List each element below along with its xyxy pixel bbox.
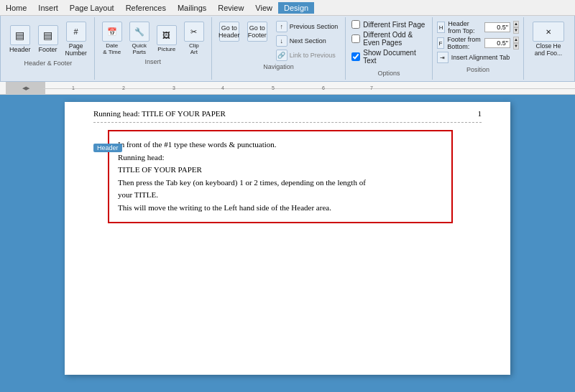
picture-button[interactable]: 🖼 Picture bbox=[154, 24, 180, 54]
annotation-line-5: your TITLE. bbox=[118, 189, 443, 202]
ruler-mark-4: 4 bbox=[221, 85, 224, 90]
ribbon-group-navigation: Go toHeader Go toFooter ↑ Previous Secti… bbox=[212, 17, 346, 80]
next-section-button[interactable]: ↓ Next Section bbox=[273, 34, 341, 47]
header-from-top-row: H Header from Top: ▲▼ bbox=[437, 20, 519, 34]
annotation-line-2: Running head: bbox=[118, 151, 443, 164]
link-to-previous-button[interactable]: 🔗 Link to Previous bbox=[273, 49, 341, 62]
menu-page-layout[interactable]: Page Layout bbox=[64, 2, 120, 14]
header-button[interactable]: ▤ Header bbox=[6, 24, 34, 55]
app-container: Home Insert Page Layout References Maili… bbox=[0, 0, 575, 392]
annotation-line-4: Then press the Tab key (on keyboard) 1 o… bbox=[118, 177, 443, 190]
clip-art-button[interactable]: ✂ ClipArt bbox=[181, 20, 207, 57]
ribbon-group-close: ✕ Close Heand Foo... bbox=[524, 17, 573, 80]
nav-group-label: Navigation bbox=[263, 63, 294, 70]
different-odd-even-row: Different Odd & Even Pages bbox=[351, 31, 426, 47]
ribbon-group-header-footer: ▤ Header ▤ Footer # PageNumber Header & … bbox=[2, 17, 95, 80]
close-header-footer-button[interactable]: ✕ Close Heand Foo... bbox=[530, 20, 567, 58]
ruler-mark-1: 1 bbox=[72, 85, 75, 90]
prev-section-icon: ↑ bbox=[276, 21, 288, 32]
different-first-page-label: Different First Page bbox=[363, 21, 425, 29]
hf-group-label: Header & Footer bbox=[24, 60, 73, 67]
ribbon-group-options: Different First Page Different Odd & Eve… bbox=[346, 17, 433, 80]
position-group-label: Position bbox=[437, 66, 519, 73]
page-number-button[interactable]: # PageNumber bbox=[63, 20, 90, 58]
menu-view[interactable]: View bbox=[249, 2, 278, 14]
show-document-text-label: Show Document Text bbox=[363, 49, 426, 65]
different-odd-even-label: Different Odd & Even Pages bbox=[363, 31, 426, 47]
goto-header-button[interactable]: Go toHeader bbox=[216, 20, 242, 62]
document-page: Running head: TITLE OF YOUR PAPER 1 Head… bbox=[65, 102, 510, 375]
insert-alignment-tab-label: Insert Alignment Tab bbox=[451, 54, 510, 61]
footer-bottom-icon: F bbox=[437, 37, 444, 49]
header-label-tab: Header bbox=[93, 144, 122, 152]
quick-parts-icon: 🔧 bbox=[129, 22, 150, 42]
different-first-page-checkbox[interactable] bbox=[351, 20, 360, 29]
quick-parts-button[interactable]: 🔧 QuickParts bbox=[126, 20, 152, 57]
show-document-text-row: Show Document Text bbox=[351, 49, 426, 65]
previous-section-button[interactable]: ↑ Previous Section bbox=[273, 20, 341, 33]
footer-icon: ▤ bbox=[38, 25, 58, 45]
header-from-top-input[interactable] bbox=[484, 22, 510, 32]
insert-buttons: 📅 Date& Time 🔧 QuickParts 🖼 Picture ✂ Cl… bbox=[99, 20, 207, 57]
ruler-mark-2: 2 bbox=[122, 85, 125, 90]
running-head-text: Running head: TITLE OF YOUR PAPER bbox=[93, 109, 226, 118]
menu-mailings[interactable]: Mailings bbox=[172, 2, 212, 14]
insert-alignment-tab-row: ⇥ Insert Alignment Tab bbox=[437, 52, 519, 63]
ribbon-content: ▤ Header ▤ Footer # PageNumber Header & … bbox=[0, 16, 575, 82]
date-time-icon: 📅 bbox=[102, 22, 122, 42]
ruler-mark-3: 3 bbox=[172, 85, 175, 90]
nav-section-buttons: ↑ Previous Section ↓ Next Section 🔗 Link… bbox=[273, 20, 341, 62]
page-number: 1 bbox=[478, 109, 482, 118]
document-area: Running head: TITLE OF YOUR PAPER 1 Head… bbox=[0, 95, 575, 392]
page-header-area: Running head: TITLE OF YOUR PAPER 1 bbox=[93, 109, 482, 123]
page-number-icon: # bbox=[66, 22, 86, 42]
clip-art-icon: ✂ bbox=[184, 22, 204, 42]
ribbon-group-position: H Header from Top: ▲▼ F Footer from Bott… bbox=[433, 17, 524, 80]
show-document-text-checkbox[interactable] bbox=[351, 52, 360, 61]
ruler-track: 1 2 3 4 5 6 7 bbox=[43, 82, 575, 94]
annotation-box: In front of the #1 type these words & pu… bbox=[108, 130, 453, 223]
ribbon-group-insert: 📅 Date& Time 🔧 QuickParts 🖼 Picture ✂ Cl… bbox=[95, 17, 212, 80]
options-group-label: Options bbox=[351, 70, 426, 77]
footer-from-bottom-input[interactable] bbox=[484, 38, 510, 48]
ruler-indent: ◀▶ bbox=[6, 82, 45, 94]
header-top-icon: H bbox=[437, 22, 445, 33]
menu-design[interactable]: Design bbox=[278, 2, 314, 14]
annotation-line-3: TITLE OF YOUR PAPER bbox=[118, 164, 443, 177]
different-first-page-row: Different First Page bbox=[351, 20, 426, 29]
menu-review[interactable]: Review bbox=[212, 2, 249, 14]
menu-references[interactable]: References bbox=[120, 2, 172, 14]
header-top-spinner[interactable]: ▲▼ bbox=[513, 21, 519, 34]
different-odd-even-checkbox[interactable] bbox=[351, 34, 360, 43]
ruler: ◀▶ 1 2 3 4 5 6 7 bbox=[0, 82, 575, 95]
date-time-button[interactable]: 📅 Date& Time bbox=[99, 20, 125, 57]
ruler-mark-5: 5 bbox=[272, 85, 275, 90]
annotation-line-1: In front of the #1 type these words & pu… bbox=[118, 139, 443, 151]
menu-insert[interactable]: Insert bbox=[32, 2, 64, 14]
next-section-icon: ↓ bbox=[276, 35, 288, 47]
ruler-mark-7: 7 bbox=[370, 85, 373, 90]
header-icon: ▤ bbox=[10, 25, 30, 45]
alignment-tab-icon: ⇥ bbox=[437, 52, 448, 63]
link-prev-icon: 🔗 bbox=[276, 50, 288, 61]
picture-icon: 🖼 bbox=[157, 25, 177, 45]
hf-buttons: ▤ Header ▤ Footer # PageNumber bbox=[6, 20, 90, 58]
ruler-mark-6: 6 bbox=[322, 85, 325, 90]
menu-home[interactable]: Home bbox=[0, 2, 32, 14]
ribbon: ▤ Header ▤ Footer # PageNumber Header & … bbox=[0, 16, 575, 82]
footer-button[interactable]: ▤ Footer bbox=[35, 24, 61, 55]
close-hf-icon: ✕ bbox=[533, 22, 564, 42]
footer-from-bottom-label: Footer from Bottom: bbox=[447, 36, 482, 50]
goto-footer-button[interactable]: Go toFooter bbox=[244, 20, 270, 62]
goto-header-icon: Go toHeader bbox=[219, 22, 239, 42]
page-wrapper: Running head: TITLE OF YOUR PAPER 1 Head… bbox=[65, 102, 510, 392]
nav-goto-buttons: Go toHeader Go toFooter bbox=[216, 20, 270, 62]
annotation-line-6: This will move the writing to the Left h… bbox=[118, 202, 443, 215]
nav-content: Go toHeader Go toFooter ↑ Previous Secti… bbox=[216, 20, 341, 62]
goto-footer-icon: Go toFooter bbox=[247, 22, 267, 42]
footer-from-bottom-row: F Footer from Bottom: ▲▼ bbox=[437, 36, 519, 50]
menu-bar: Home Insert Page Layout References Maili… bbox=[0, 0, 575, 16]
header-from-top-label: Header from Top: bbox=[448, 20, 482, 34]
footer-bottom-spinner[interactable]: ▲▼ bbox=[513, 37, 519, 50]
insert-group-label: Insert bbox=[145, 58, 162, 65]
